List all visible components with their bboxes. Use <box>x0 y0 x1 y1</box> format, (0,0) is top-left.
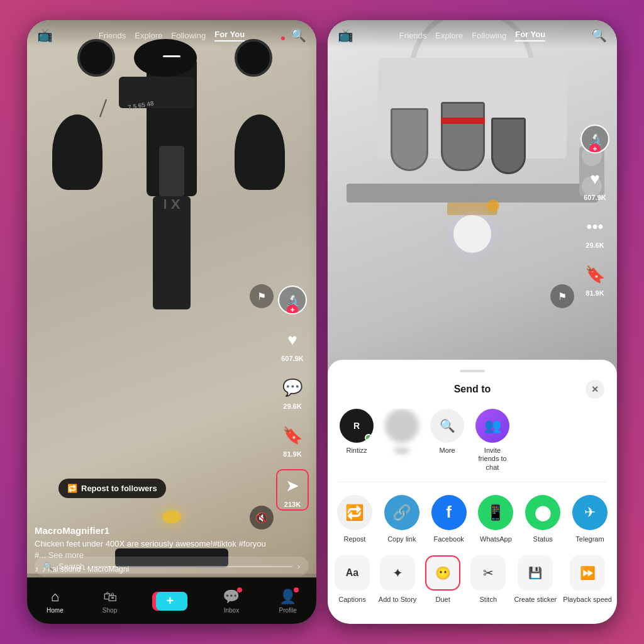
nav-shop-left[interactable]: 🛍 Shop <box>103 589 117 614</box>
comment-button-left[interactable]: 💬 29.6K <box>279 374 306 410</box>
app-telegram[interactable]: ✈ Telegram <box>570 495 609 543</box>
app-facebook[interactable]: f Facebook <box>430 495 469 543</box>
recipient-more[interactable]: 🔍 More <box>428 409 466 472</box>
more-label: More <box>439 447 455 455</box>
nav-profile-left[interactable]: 👤 Profile <box>279 589 297 614</box>
app-status[interactable]: ⬤ Status <box>523 495 562 543</box>
comment-icon-left: 💬 <box>279 374 306 401</box>
telegram-app-icon: ✈ <box>572 495 608 530</box>
app-copylink[interactable]: 🔗 Copy link <box>382 495 421 543</box>
copylink-app-icon: 🔗 <box>384 495 419 530</box>
recipient-rintizz[interactable]: R Rintizz <box>338 409 375 472</box>
creator-avatar-left[interactable]: 🔬 + <box>278 286 307 314</box>
nav-tab-explore-left[interactable]: Explore <box>135 31 162 40</box>
nav-home-left[interactable]: ⌂ Home <box>47 589 64 614</box>
action-createsticker[interactable]: 💾 Create sticker <box>514 555 557 604</box>
search-icon-right[interactable]: 🔍 <box>591 28 607 43</box>
like-button-left[interactable]: ♥ 607.9K <box>279 326 306 362</box>
follow-plus-right[interactable]: + <box>589 143 601 153</box>
nav-tab-following-right[interactable]: Following <box>472 31 506 40</box>
stitch-label: Stitch <box>480 596 497 604</box>
nav-tab-explore-right[interactable]: Explore <box>435 31 463 40</box>
comment-count-right: 29.6K <box>586 242 604 249</box>
search-bar-left[interactable]: 🔍 Search . › <box>35 557 309 576</box>
captions-label: Captions <box>338 596 365 604</box>
invite-avatar: 👥 <box>475 409 509 443</box>
follow-plus-left[interactable]: + <box>287 304 298 314</box>
microscope-visual-right <box>328 20 617 385</box>
share-count-left: 213K <box>284 501 301 508</box>
repost-app-icon: 🔁 <box>337 495 372 530</box>
rintizz-name: Rintizz <box>346 447 367 455</box>
app-whatsapp[interactable]: 📱 WhatsApp <box>476 495 515 543</box>
share-button-left[interactable]: ➤ 213K <box>276 469 309 511</box>
copylink-app-label: Copy link <box>387 535 416 543</box>
nav-tabs-right: Friends Explore Following For You <box>399 30 545 42</box>
inbox-icon-left: 💬 <box>223 589 240 605</box>
facebook-app-label: Facebook <box>433 535 464 543</box>
search-icon-left[interactable]: 🔍 <box>291 28 306 42</box>
bookmark-icon-right: 🔖 <box>581 260 609 288</box>
top-nav-right: 📺 Friends Explore Following For You 🔍 <box>328 20 617 48</box>
nav-tab-friends-left[interactable]: Friends <box>99 31 126 40</box>
recipient-invite[interactable]: 👥 Invite friends to chat <box>474 409 511 472</box>
nav-inbox-left[interactable]: 💬 Inbox <box>223 589 240 614</box>
add-button-left[interactable]: + <box>156 592 184 611</box>
comment-button-right[interactable]: ••• 29.6K <box>581 213 609 249</box>
app-wrapper: 7.5 65 48 I X 📺 Friends Explore Followin… <box>0 0 644 644</box>
inbox-label-left: Inbox <box>224 607 239 614</box>
bookmark-button-right[interactable]: 🔖 81.9K <box>581 260 609 297</box>
like-count-right: 607.9K <box>584 194 606 201</box>
comment-count-left: 29.6K <box>283 402 301 410</box>
nav-add-left[interactable]: + <box>156 592 184 611</box>
nav-notification-dot-left <box>281 36 285 40</box>
nav-tab-friends-right[interactable]: Friends <box>399 31 426 40</box>
bookmark-icon-left: 🔖 <box>279 421 306 449</box>
nav-tab-following-left[interactable]: Following <box>171 31 206 40</box>
app-repost[interactable]: 🔁 Repost <box>335 495 374 543</box>
action-stitch[interactable]: ✂ Stitch <box>469 555 508 604</box>
bottom-nav-left: ⌂ Home 🛍 Shop + 💬 Inbox 👤 <box>27 577 316 624</box>
repost-icon-left: 🔁 <box>67 484 77 493</box>
bookmark-count-right: 81.9K <box>586 289 604 297</box>
search-text-left: Search . <box>58 562 89 571</box>
creator-avatar-right[interactable]: 🔬 + <box>580 125 609 153</box>
nav-tabs-left: Friends Explore Following For You <box>99 30 245 42</box>
sheet-handle <box>460 370 485 372</box>
close-share-button[interactable]: ✕ <box>586 380 604 399</box>
right-actions-left: 🔬 + ♥ 607.9K 💬 29.6K 🔖 81.9K ➤ 213K <box>276 286 309 511</box>
flag-icon-left[interactable]: ⚑ <box>250 284 274 308</box>
duet-icon: 😶 <box>425 555 460 591</box>
right-phone: 📺 Friends Explore Following For You 🔍 ⚑ … <box>328 20 617 624</box>
actions-row: Aa Captions ✦ Add to Story 😶 <box>328 553 617 609</box>
share-sheet: Send to ✕ R Rintizz User <box>328 360 617 624</box>
top-nav-left: 📺 Friends Explore Following For You 🔍 <box>27 20 316 48</box>
nav-tab-foryou-left[interactable]: For You <box>214 30 245 42</box>
whatsapp-app-label: WhatsApp <box>480 535 512 543</box>
left-phone: 7.5 65 48 I X 📺 Friends Explore Followin… <box>27 20 316 624</box>
for-you-indicator-left <box>163 55 180 57</box>
recipient-blurred[interactable]: User <box>383 409 421 472</box>
playbackspeed-icon: ⏩ <box>570 555 605 591</box>
action-addtostory[interactable]: ✦ Add to Story <box>378 555 417 604</box>
search-dots-left <box>94 566 292 567</box>
profile-label-left: Profile <box>279 607 297 614</box>
recipients-row: R Rintizz User 🔍 More <box>328 409 617 482</box>
share-icon-left: ➤ <box>279 472 306 499</box>
like-button-right[interactable]: ♥ 607.9K <box>581 165 609 201</box>
rintizz-letter: R <box>353 421 360 431</box>
home-label-left: Home <box>47 607 64 614</box>
action-playbackspeed[interactable]: ⏩ Playback speed <box>563 555 612 604</box>
stitch-icon: ✂ <box>470 555 506 591</box>
repost-bubble-left[interactable]: 🔁 Repost to followers <box>58 479 166 498</box>
nav-tab-foryou-right[interactable]: For You <box>515 30 545 42</box>
bookmark-button-left[interactable]: 🔖 81.9K <box>279 421 306 458</box>
search-icon-bar-left: 🔍 <box>43 562 53 571</box>
action-captions[interactable]: Aa Captions <box>333 555 372 604</box>
right-actions-right: 🔬 + ♥ 607.9K ••• 29.6K 🔖 81.9K <box>580 125 609 297</box>
captions-icon: Aa <box>335 555 370 591</box>
playbackspeed-label: Playback speed <box>563 596 612 604</box>
bookmark-count-left: 81.9K <box>283 450 301 458</box>
flag-icon-right[interactable]: ⚑ <box>550 284 574 308</box>
action-duet[interactable]: 😶 Duet <box>423 555 462 604</box>
